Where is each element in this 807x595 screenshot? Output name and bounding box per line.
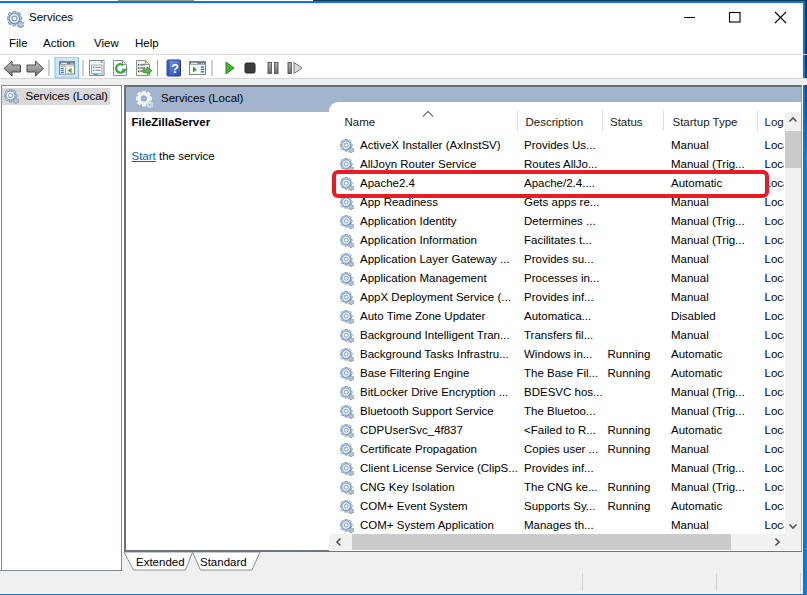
svg-text:?: ? bbox=[171, 62, 179, 76]
